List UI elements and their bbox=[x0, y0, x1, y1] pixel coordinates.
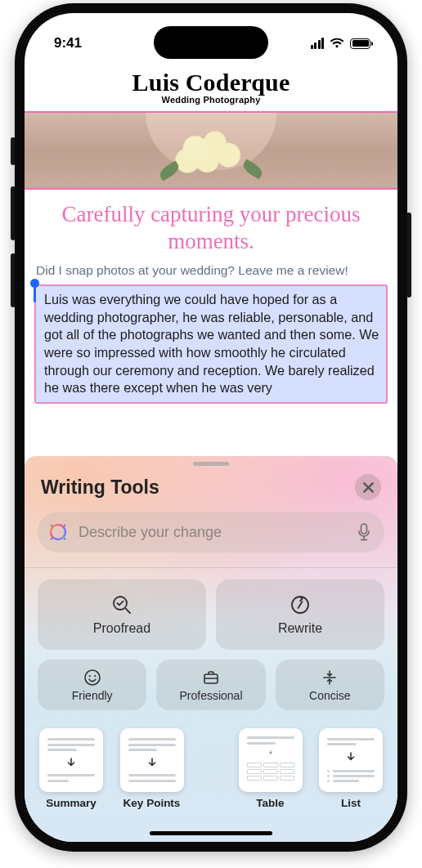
list-label: List bbox=[341, 797, 361, 809]
dynamic-island bbox=[154, 26, 268, 59]
home-indicator[interactable] bbox=[150, 831, 272, 835]
hero-image bbox=[25, 111, 397, 190]
writing-tools-sheet: Writing Tools bbox=[25, 456, 397, 842]
input-placeholder: Describe your change bbox=[79, 524, 347, 541]
page-header: Luis Coderque Wedding Photography bbox=[25, 60, 397, 108]
rewrite-label: Rewrite bbox=[278, 621, 322, 636]
svg-point-17 bbox=[88, 674, 90, 676]
concise-label: Concise bbox=[309, 689, 351, 702]
selected-text: Luis was everything we could have hoped … bbox=[44, 291, 379, 397]
table-label: Table bbox=[256, 797, 284, 809]
divider bbox=[25, 567, 397, 568]
svg-line-8 bbox=[51, 538, 52, 539]
professional-label: Professional bbox=[179, 689, 242, 702]
friendly-button[interactable]: Friendly bbox=[38, 660, 146, 710]
screen: 9:41 Luis Coderque Wedding Photography bbox=[25, 13, 397, 842]
svg-line-5 bbox=[51, 525, 52, 526]
svg-line-6 bbox=[64, 538, 65, 539]
battery-icon bbox=[350, 38, 373, 49]
brand-name: Luis Coderque bbox=[25, 69, 397, 96]
svg-point-18 bbox=[94, 674, 96, 676]
brand-subtitle: Wedding Photography bbox=[25, 95, 397, 105]
friendly-label: Friendly bbox=[72, 689, 113, 702]
sheet-title: Writing Tools bbox=[41, 477, 159, 499]
wifi-icon bbox=[330, 38, 344, 49]
arrow-down-icon bbox=[65, 757, 77, 768]
rewrite-icon bbox=[289, 593, 312, 616]
svg-line-13 bbox=[125, 608, 130, 613]
cellular-signal-icon bbox=[311, 38, 325, 49]
arrow-down-icon bbox=[146, 757, 158, 768]
describe-change-input[interactable]: Describe your change bbox=[38, 512, 384, 553]
concise-icon bbox=[321, 669, 339, 687]
tagline: Carefully capturing your precious moment… bbox=[25, 190, 397, 263]
close-icon bbox=[363, 482, 374, 493]
text-cursor bbox=[34, 286, 36, 302]
magnifier-check-icon bbox=[110, 593, 133, 616]
summary-card[interactable] bbox=[39, 728, 103, 792]
concise-button[interactable]: Concise bbox=[276, 660, 384, 710]
microphone-icon[interactable] bbox=[357, 523, 371, 541]
professional-button[interactable]: Professional bbox=[156, 660, 265, 710]
svg-line-7 bbox=[64, 525, 65, 526]
smile-icon bbox=[83, 669, 101, 687]
summary-label: Summary bbox=[46, 797, 97, 809]
proofread-button[interactable]: Proofread bbox=[38, 579, 206, 650]
review-prompt: Did I snap photos at your wedding? Leave… bbox=[25, 263, 397, 284]
arrow-down-icon bbox=[345, 751, 357, 763]
rewrite-button[interactable]: Rewrite bbox=[216, 579, 384, 650]
status-time: 9:41 bbox=[54, 35, 82, 51]
svg-point-16 bbox=[85, 670, 100, 685]
table-card[interactable] bbox=[239, 728, 303, 792]
iphone-frame: 9:41 Luis Coderque Wedding Photography bbox=[15, 3, 407, 852]
list-card[interactable] bbox=[319, 728, 383, 792]
sheet-grabber[interactable] bbox=[193, 462, 229, 466]
svg-line-15 bbox=[299, 602, 303, 608]
selected-text-field[interactable]: Luis was everything we could have hoped … bbox=[34, 284, 388, 404]
svg-rect-9 bbox=[361, 524, 367, 534]
apple-intelligence-icon bbox=[47, 521, 69, 543]
close-button[interactable] bbox=[355, 474, 381, 500]
proofread-label: Proofread bbox=[93, 621, 150, 636]
keypoints-card[interactable] bbox=[120, 728, 184, 792]
briefcase-icon bbox=[202, 669, 220, 687]
arrow-down-icon bbox=[265, 750, 276, 755]
keypoints-label: Key Points bbox=[123, 797, 181, 809]
